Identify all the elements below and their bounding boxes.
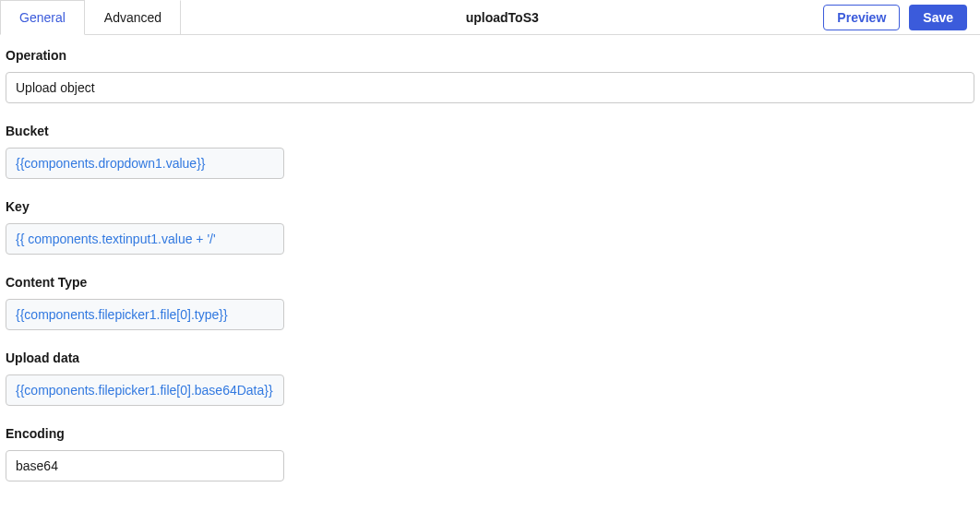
encoding-label: Encoding — [6, 426, 974, 441]
field-operation: Operation — [6, 48, 974, 103]
operation-input[interactable] — [6, 72, 974, 103]
upload-data-input[interactable] — [6, 374, 284, 406]
tabs-container: General Advanced — [0, 0, 181, 34]
content-type-label: Content Type — [6, 275, 974, 290]
bucket-input[interactable] — [6, 148, 284, 179]
key-input[interactable] — [6, 223, 284, 255]
field-upload-data: Upload data — [6, 351, 974, 406]
query-title-text: uploadToS3 — [466, 10, 539, 25]
tab-advanced[interactable]: Advanced — [85, 0, 181, 34]
query-title: uploadToS3 — [181, 0, 823, 34]
header-actions: Preview Save — [823, 0, 980, 34]
content-area: Operation Bucket Key Content Type Upload… — [0, 35, 980, 511]
key-label: Key — [6, 199, 974, 214]
tab-advanced-label: Advanced — [104, 10, 161, 25]
content-type-input[interactable] — [6, 299, 284, 330]
save-button[interactable]: Save — [909, 5, 967, 30]
field-bucket: Bucket — [6, 124, 974, 179]
header-bar: General Advanced uploadToS3 Preview Save — [0, 0, 980, 35]
preview-button[interactable]: Preview — [823, 5, 900, 30]
bucket-label: Bucket — [6, 124, 974, 138]
tab-general-label: General — [19, 10, 66, 25]
field-encoding: Encoding — [6, 426, 974, 481]
field-content-type: Content Type — [6, 275, 974, 330]
tab-general[interactable]: General — [0, 0, 85, 35]
upload-data-label: Upload data — [6, 351, 974, 365]
field-key: Key — [6, 199, 974, 255]
encoding-input[interactable] — [6, 450, 284, 481]
operation-label: Operation — [6, 48, 974, 63]
